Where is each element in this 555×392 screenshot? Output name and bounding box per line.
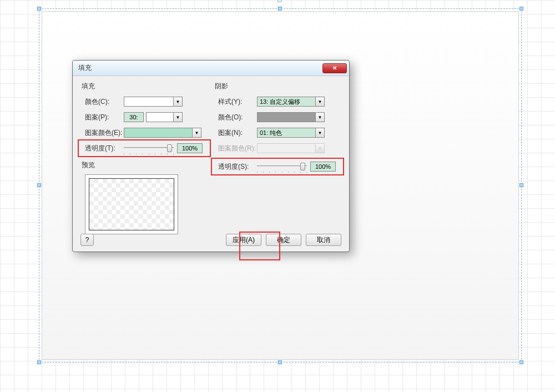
- fill-color-dropdown[interactable]: ▼: [174, 97, 183, 107]
- ok-button[interactable]: 确定: [266, 234, 301, 246]
- help-button[interactable]: ?: [80, 234, 94, 246]
- fill-section: 填充 颜色(C): ▼ 图案(P): 30: ▼ 图案颜色(E): ▼: [80, 82, 208, 234]
- shadow-color-dropdown[interactable]: ▼: [316, 112, 325, 122]
- close-button[interactable]: ✕: [322, 63, 347, 73]
- preview-checkerboard: [89, 178, 174, 230]
- dialog-title: 填充: [78, 63, 92, 73]
- preview-title: 预览: [80, 160, 208, 170]
- fill-pattern-value[interactable]: 30:: [124, 112, 144, 122]
- shadow-color-label: 颜色(O):: [214, 113, 257, 122]
- shadow-pattern-label: 图案(N):: [214, 128, 257, 138]
- shadow-pattern-color-dropdown: ▼: [316, 143, 325, 153]
- fill-pattern-color-swatch[interactable]: [124, 128, 193, 138]
- dialog-titlebar[interactable]: 填充 ✕: [73, 61, 349, 76]
- cancel-button[interactable]: 取消: [306, 234, 341, 246]
- shadow-pattern-value[interactable]: 01: 纯色: [257, 128, 316, 138]
- close-icon: ✕: [332, 65, 337, 71]
- fill-section-title: 填充: [80, 82, 208, 91]
- fill-opacity-thumb[interactable]: [167, 144, 172, 152]
- fill-color-swatch[interactable]: [124, 97, 174, 107]
- fill-pattern-color-dropdown[interactable]: ▼: [193, 128, 201, 138]
- shadow-pattern-color-swatch: [257, 143, 316, 153]
- help-icon: ?: [85, 236, 89, 244]
- shadow-section-title: 阴影: [214, 82, 341, 91]
- shadow-opacity-thumb[interactable]: [300, 163, 305, 170]
- shadow-pattern-dropdown[interactable]: ▼: [316, 128, 325, 138]
- fill-opacity-highlight: 透明度(T): 100%: [78, 139, 211, 157]
- shadow-style-label: 样式(Y):: [214, 97, 257, 107]
- fill-pattern-swatch[interactable]: [146, 112, 174, 122]
- fill-opacity-slider[interactable]: [124, 143, 174, 153]
- fill-opacity-value[interactable]: 100%: [177, 143, 203, 153]
- fill-opacity-label: 透明度(T):: [80, 144, 124, 153]
- shadow-style-dropdown[interactable]: ▼: [316, 97, 325, 107]
- shadow-opacity-value[interactable]: 100%: [310, 162, 336, 172]
- shadow-opacity-slider[interactable]: [257, 162, 307, 172]
- preview-frame: [85, 174, 178, 234]
- fill-pattern-dropdown[interactable]: ▼: [174, 112, 183, 122]
- shadow-pattern-color-label: 图案颜色(R):: [214, 144, 257, 153]
- shadow-section: 阴影 样式(Y): 13: 自定义偏移 ▼ 颜色(O): ▼ 图案(N): 01…: [214, 82, 341, 234]
- shadow-color-swatch[interactable]: [257, 112, 316, 122]
- fill-pattern-color-label: 图案颜色(E):: [80, 128, 124, 138]
- fill-color-label: 颜色(C):: [80, 97, 124, 107]
- shadow-opacity-label: 透明度(S):: [214, 162, 257, 172]
- shadow-opacity-highlight: 透明度(S): 100%: [211, 158, 344, 175]
- fill-dialog: 填充 ✕ 填充 颜色(C): ▼ 图案(P): 30: ▼ 图案颜色(E):: [72, 60, 350, 252]
- fill-pattern-label: 图案(P):: [80, 113, 124, 122]
- apply-button[interactable]: 应用(A): [226, 234, 261, 246]
- shadow-style-value[interactable]: 13: 自定义偏移: [257, 97, 316, 107]
